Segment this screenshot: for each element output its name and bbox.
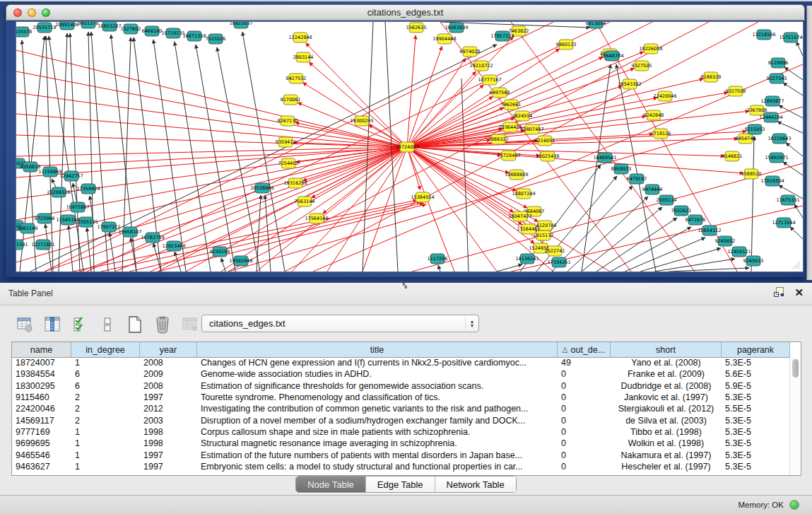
table-row[interactable]: 977716911998Corpus callosum shape and si… [12, 426, 790, 438]
graph-edge[interactable] [221, 258, 225, 271]
graph-edge[interactable] [497, 264, 522, 271]
graph-node[interactable]: 10654112 [698, 226, 721, 235]
graph-node[interactable]: 10975887 [66, 202, 89, 212]
graph-node[interactable]: 1527602 [121, 24, 141, 34]
graph-edge[interactable] [363, 22, 373, 271]
graph-node[interactable]: 9474444 [642, 185, 663, 194]
table-cell[interactable]: Embryonic stem cells: a model to study s… [197, 462, 558, 472]
graph-node[interactable]: 19958107 [118, 227, 141, 237]
graph-node[interactable]: 8725964 [35, 214, 55, 223]
table-cell[interactable]: 19384554 [12, 369, 71, 379]
table-mode-icon[interactable] [14, 314, 35, 335]
graph-node[interactable]: 19904448 [433, 34, 456, 44]
graph-edge[interactable] [796, 42, 803, 56]
graph-node[interactable]: 8958923 [611, 164, 632, 174]
table-cell[interactable]: 5.3E-5 [722, 462, 790, 472]
memory-status-icon[interactable] [789, 500, 799, 510]
tab-node-table[interactable]: Node Table [296, 477, 366, 492]
graph-node[interactable]: 7563144 [295, 197, 315, 206]
graph-edge[interactable] [407, 98, 657, 147]
graph-node[interactable]: 8350818 [20, 162, 41, 172]
table-row[interactable]: 1872400712008Changes of HCN gene express… [12, 357, 790, 368]
graph-edge[interactable] [129, 203, 423, 271]
table-cell[interactable]: Wolkin et al. (1998) [611, 438, 722, 448]
graph-edge[interactable] [221, 147, 407, 271]
table-cell[interactable]: Structural magnetic resonance image aver… [197, 438, 558, 448]
table-cell[interactable]: de Silva et al. (2003) [611, 416, 722, 426]
graph-edge[interactable] [582, 207, 662, 271]
graph-edge[interactable] [407, 147, 743, 173]
graph-edge[interactable] [306, 43, 407, 147]
network-canvas[interactable]: 1872400712242848280314484275529170061826… [16, 21, 804, 272]
table-cell[interactable]: 0 [558, 427, 611, 437]
table-cell[interactable]: 18724007 [12, 358, 71, 368]
table-scrollbar[interactable] [789, 357, 801, 475]
graph-node[interactable]: 9245013 [743, 256, 764, 266]
table-cell[interactable]: 0 [558, 416, 611, 426]
table-cell[interactable]: Estimation of significance thresholds fo… [197, 381, 558, 391]
graph-edge[interactable] [70, 33, 80, 271]
graph-node[interactable]: 9146821 [722, 151, 743, 161]
graph-node[interactable]: 12444194 [759, 112, 782, 122]
graph-node[interactable]: 16543382 [618, 79, 641, 89]
table-cell[interactable]: Investigating the contribution of common… [197, 404, 558, 414]
graph-node[interactable]: 19210722 [469, 61, 493, 71]
tab-network-table[interactable]: Network Table [435, 477, 516, 492]
graph-node[interactable]: 10688609 [505, 170, 528, 180]
table-cell[interactable]: 2008 [140, 381, 197, 391]
table-row[interactable]: 2242004622012Investigating the contribut… [12, 403, 790, 414]
graph-node[interactable]: 12450121 [727, 247, 751, 257]
graph-node[interactable]: 9327508 [726, 86, 746, 96]
table-cell[interactable]: 2008 [140, 358, 197, 368]
graph-node[interactable]: 7515526 [206, 34, 226, 44]
graph-node[interactable]: 9860123 [556, 40, 577, 49]
table-cell[interactable]: 0 [558, 438, 611, 448]
table-cell[interactable]: 6 [71, 381, 140, 391]
table-cell[interactable]: 0 [558, 392, 611, 402]
table-cell[interactable]: 9115460 [12, 392, 71, 402]
table-cell[interactable]: 5.3E-5 [722, 358, 790, 368]
graph-node[interactable]: 11675331 [776, 195, 799, 205]
table-cell[interactable]: Disruption of a novel member of a sodium… [197, 416, 558, 426]
table-cell[interactable]: 5.6E-5 [722, 369, 790, 379]
graph-node[interactable]: 6216051 [535, 136, 555, 146]
graph-edge[interactable] [16, 114, 407, 147]
table-cell[interactable]: 9463627 [12, 462, 71, 472]
graph-node[interactable]: 2935114 [657, 195, 677, 205]
graph-node[interactable]: 7632621 [671, 206, 692, 216]
graph-edge[interactable] [16, 93, 407, 147]
table-cell[interactable]: 1998 [140, 427, 197, 437]
graph-node[interactable]: 6479197 [627, 174, 647, 184]
float-panel-icon[interactable] [774, 287, 784, 298]
graph-node[interactable]: 15751074 [779, 33, 802, 42]
column-header-year[interactable]: year [140, 342, 197, 357]
graph-node[interactable]: 10025438 [536, 151, 559, 161]
table-row[interactable]: 946362711997Embryonic stem cells: a mode… [12, 461, 790, 472]
graph-edge[interactable] [407, 35, 416, 147]
table-cell[interactable]: Tibbo et al. (1998) [611, 427, 722, 437]
table-cell[interactable]: Jankovic et al. (1997) [611, 392, 722, 402]
table-row[interactable]: 946554611997Estimation of the future num… [12, 449, 790, 460]
graph-node[interactable]: 13218506 [752, 30, 775, 40]
graph-node[interactable]: 22420046 [653, 91, 676, 101]
table-cell[interactable]: 2009 [140, 369, 197, 379]
table-row[interactable]: 1830029562008Estimation of significance … [12, 380, 790, 392]
graph-node[interactable]: 17334261 [547, 257, 570, 267]
table-cell[interactable]: 1 [71, 462, 140, 472]
table-cell[interactable]: 0 [558, 381, 611, 391]
table-cell[interactable]: Hescheler et al. (1997) [611, 462, 722, 472]
table-cell[interactable]: 0 [558, 369, 611, 379]
graph-node[interactable]: 12713544 [772, 218, 795, 228]
graph-node[interactable]: 17359924 [76, 184, 100, 194]
graph-node[interactable]: 10719135 [161, 28, 184, 38]
table-row[interactable]: 911546021997Tourette syndrome. Phenomeno… [12, 392, 790, 403]
graph-node[interactable]: 7462661 [501, 100, 522, 110]
graph-node[interactable]: 9931378 [78, 22, 99, 28]
graph-node[interactable]: 16047427 [508, 211, 531, 221]
graph-edge[interactable] [625, 238, 705, 271]
clear-selection-icon[interactable] [97, 314, 118, 335]
graph-edge[interactable] [567, 197, 648, 271]
table-cell[interactable]: 0 [558, 450, 611, 460]
table-row[interactable]: 1938455462009Genome-wide association stu… [12, 368, 790, 380]
graph-node[interactable]: 19592848 [229, 256, 252, 266]
